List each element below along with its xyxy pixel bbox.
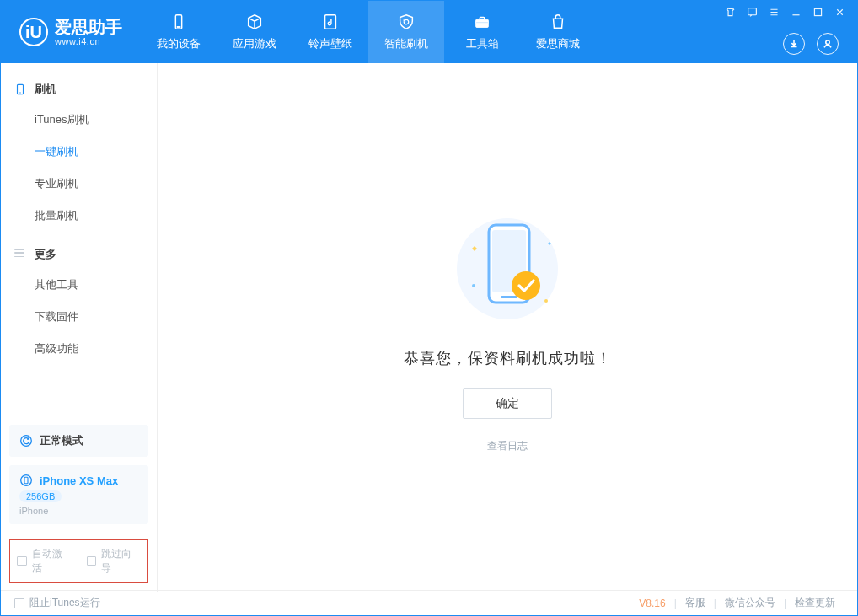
sidebar-group-flash: 刷机 (1, 75, 157, 104)
app-header: iU 爱思助手 www.i4.cn 我的设备 应用游戏 铃声壁纸 智能刷机 工具… (1, 1, 857, 63)
confirm-button[interactable]: 确定 (463, 388, 552, 419)
checkbox-label: 阻止iTunes运行 (29, 596, 100, 610)
device-card[interactable]: iPhone XS Max 256GB iPhone (9, 465, 148, 524)
tshirt-icon[interactable] (724, 6, 736, 18)
tab-label: 应用游戏 (233, 36, 276, 51)
tab-label: 铃声壁纸 (308, 36, 352, 51)
status-bar: 阻止iTunes运行 V8.16 | 客服 | 微信公众号 | 检查更新 (1, 590, 857, 615)
svg-rect-2 (325, 15, 336, 29)
main-tabs: 我的设备 应用游戏 铃声壁纸 智能刷机 工具箱 爱思商城 (141, 1, 596, 63)
toolbox-icon (472, 13, 492, 31)
svg-point-11 (21, 436, 32, 447)
cube-icon (244, 13, 265, 31)
sidebar-item-oneclick-flash[interactable]: 一键刷机 (1, 136, 157, 168)
tab-my-device[interactable]: 我的设备 (141, 1, 217, 63)
app-logo: iU 爱思助手 www.i4.cn (1, 1, 141, 63)
music-file-icon (320, 13, 341, 31)
app-subtitle: www.i4.cn (55, 36, 122, 46)
wechat-link[interactable]: 微信公众号 (716, 596, 784, 610)
sidebar-item-itunes-flash[interactable]: iTunes刷机 (1, 104, 157, 136)
refresh-icon (19, 434, 33, 447)
app-title: 爱思助手 (55, 18, 122, 36)
svg-rect-7 (814, 8, 821, 15)
bag-icon (548, 13, 568, 31)
tab-label: 我的设备 (157, 36, 201, 51)
checkbox-label: 自动激活 (32, 547, 72, 576)
feedback-icon[interactable] (746, 6, 758, 18)
checkbox-auto-activate[interactable]: 自动激活 (17, 547, 72, 576)
window-controls (724, 6, 845, 18)
phone-icon (19, 474, 33, 487)
maximize-button[interactable] (812, 6, 823, 18)
check-update-link[interactable]: 检查更新 (786, 596, 844, 610)
menu-icon[interactable] (768, 6, 780, 18)
support-link[interactable]: 客服 (677, 596, 714, 610)
sidebar-item-advanced[interactable]: 高级功能 (1, 333, 157, 365)
svg-point-20 (544, 299, 548, 303)
svg-point-18 (512, 271, 540, 300)
options-highlight-box: 自动激活 跳过向导 (9, 539, 148, 583)
svg-rect-1 (177, 27, 180, 28)
svg-rect-6 (748, 8, 756, 14)
sidebar: 刷机 iTunes刷机 一键刷机 专业刷机 批量刷机 更多 其他工具 下载固件 … (1, 63, 158, 592)
version-label: V8.16 (630, 597, 673, 609)
hamburger-icon (14, 249, 26, 260)
tab-label: 智能刷机 (384, 36, 428, 51)
tab-apps-games[interactable]: 应用游戏 (217, 1, 292, 63)
sidebar-group-title: 更多 (35, 247, 56, 262)
device-icon (169, 13, 189, 31)
checkbox-skip-wizard[interactable]: 跳过向导 (87, 547, 142, 576)
svg-rect-4 (480, 18, 485, 20)
svg-rect-3 (476, 19, 489, 27)
device-type: iPhone (19, 506, 138, 516)
checkbox-block-itunes[interactable]: 阻止iTunes运行 (14, 596, 100, 610)
tab-toolbox[interactable]: 工具箱 (444, 1, 520, 63)
view-log-link[interactable]: 查看日志 (487, 439, 528, 453)
mode-label: 正常模式 (40, 433, 83, 448)
shield-refresh-icon (396, 13, 416, 31)
tab-ringtone-wallpaper[interactable]: 铃声壁纸 (292, 1, 368, 63)
tab-smart-flash[interactable]: 智能刷机 (368, 1, 444, 63)
device-name: iPhone XS Max (40, 474, 118, 487)
sidebar-group-more: 更多 (1, 240, 157, 269)
phone-icon (14, 83, 26, 95)
svg-point-12 (21, 475, 32, 486)
svg-point-19 (472, 284, 475, 287)
minimize-button[interactable] (790, 6, 802, 18)
sidebar-item-pro-flash[interactable]: 专业刷机 (1, 168, 157, 200)
account-button[interactable] (817, 33, 839, 55)
close-button[interactable] (834, 6, 845, 18)
download-button[interactable] (783, 33, 805, 55)
sidebar-item-download-firmware[interactable]: 下载固件 (1, 301, 157, 333)
tab-label: 工具箱 (466, 36, 499, 51)
tab-store[interactable]: 爱思商城 (520, 1, 596, 63)
success-illustration (440, 201, 575, 328)
success-message: 恭喜您，保资料刷机成功啦！ (404, 348, 612, 368)
sidebar-item-other-tools[interactable]: 其他工具 (1, 269, 157, 301)
tab-label: 爱思商城 (536, 36, 580, 51)
main-content: 恭喜您，保资料刷机成功啦！ 确定 查看日志 (158, 63, 857, 592)
svg-rect-5 (476, 22, 489, 23)
checkbox-label: 跳过向导 (101, 547, 141, 576)
mode-card[interactable]: 正常模式 (9, 425, 148, 457)
sidebar-item-batch-flash[interactable]: 批量刷机 (1, 200, 157, 232)
svg-point-10 (19, 92, 20, 93)
svg-rect-17 (501, 296, 517, 298)
svg-rect-13 (24, 477, 28, 483)
sidebar-group-title: 刷机 (35, 82, 56, 97)
svg-point-8 (826, 40, 829, 44)
device-capacity-badge: 256GB (19, 490, 62, 502)
logo-icon: iU (19, 18, 48, 46)
